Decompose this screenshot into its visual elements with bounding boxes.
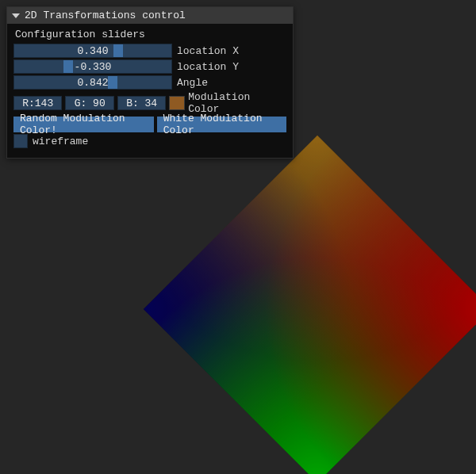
white-color-button[interactable]: White Modulation Color (157, 117, 286, 132)
color-label: Modulation Color (188, 91, 286, 115)
slider-value: 0.340 (14, 44, 171, 57)
button-row: Random Modulation Color! White Modulatio… (13, 117, 286, 132)
color-swatch[interactable] (169, 96, 185, 110)
slider-label: location X (177, 45, 239, 57)
panel-title: 2D Transformations control (25, 10, 186, 21)
slider-label: Angle (177, 77, 208, 89)
slider-location-x[interactable]: 0.340 (13, 44, 172, 58)
color-g-input[interactable]: G: 90 (65, 96, 113, 110)
wireframe-checkbox[interactable] (13, 134, 28, 148)
color-input-row: R:143 G: 90 B: 34 Modulation Color (13, 91, 286, 115)
collapse-triangle-icon[interactable] (12, 13, 20, 18)
slider-label: location Y (177, 61, 239, 73)
random-color-button[interactable]: Random Modulation Color! (13, 117, 154, 132)
panel-body: Configuration sliders 0.340 location X -… (7, 24, 293, 158)
viewport-quad (194, 186, 440, 432)
section-label: Configuration sliders (15, 29, 286, 40)
slider-location-y[interactable]: -0.330 (13, 59, 172, 74)
color-b-input[interactable]: B: 34 (117, 96, 166, 110)
slider-value: -0.330 (14, 60, 171, 73)
slider-row-location-y: -0.330 location Y (13, 59, 286, 74)
control-panel: 2D Transformations control Configuration… (6, 6, 294, 159)
color-r-input[interactable]: R:143 (13, 96, 62, 110)
wireframe-label: wireframe (33, 136, 88, 147)
slider-row-angle: 0.842 Angle (13, 75, 286, 90)
panel-titlebar[interactable]: 2D Transformations control (7, 7, 293, 24)
slider-value: 0.842 (14, 76, 171, 89)
slider-angle[interactable]: 0.842 (13, 75, 172, 90)
slider-row-location-x: 0.340 location X (13, 44, 286, 58)
